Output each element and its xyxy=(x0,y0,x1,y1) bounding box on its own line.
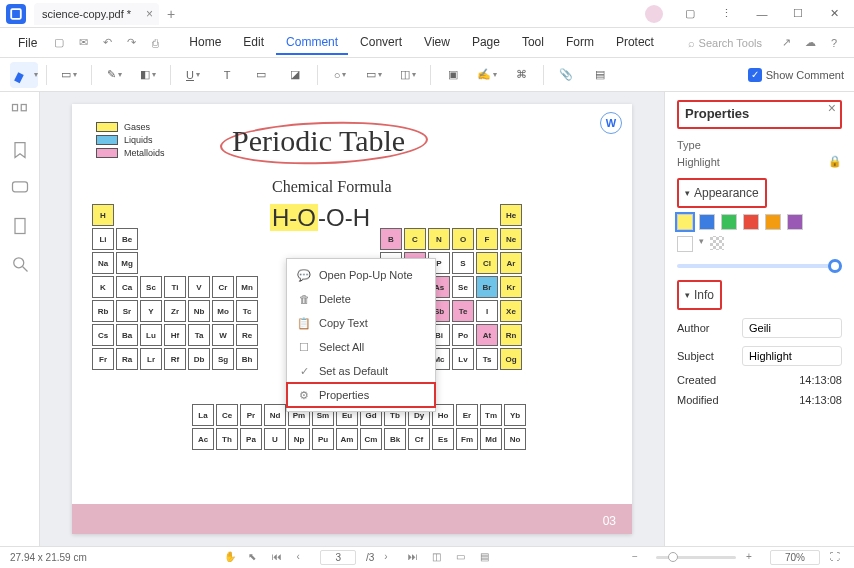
element-Es: Es xyxy=(432,428,454,450)
page-total: /3 xyxy=(366,552,374,563)
zoom-value[interactable]: 70% xyxy=(770,550,820,565)
element-At: At xyxy=(476,324,498,346)
ctx-copy-text[interactable]: 📋Copy Text xyxy=(287,311,435,335)
color-swatch[interactable] xyxy=(787,214,803,230)
info-section[interactable]: Info xyxy=(677,280,722,310)
menu-tool[interactable]: Tool xyxy=(512,31,554,55)
ctx-select-all[interactable]: ☐Select All xyxy=(287,335,435,359)
search-tools[interactable]: ⌕ Search Tools xyxy=(688,37,762,49)
color-swatch[interactable] xyxy=(699,214,715,230)
pencil-tool[interactable]: ✎ xyxy=(100,62,128,88)
reading-mode-icon[interactable]: ▤ xyxy=(480,551,494,565)
menu-view[interactable]: View xyxy=(414,31,460,55)
share-icon[interactable]: ↗ xyxy=(776,33,796,53)
ctx-properties[interactable]: ⚙Properties xyxy=(287,383,435,407)
fullscreen-icon[interactable]: ⛶ xyxy=(830,551,844,565)
shape-tool[interactable]: ○ xyxy=(326,62,354,88)
note-tool[interactable]: ▭ xyxy=(55,62,83,88)
highlight-tool[interactable] xyxy=(10,62,38,88)
menu-home[interactable]: Home xyxy=(179,31,231,55)
avatar-icon[interactable] xyxy=(640,2,668,26)
app-logo-icon xyxy=(6,4,26,24)
next-page-icon[interactable]: › xyxy=(384,551,398,565)
audio-tool[interactable]: ▤ xyxy=(586,62,614,88)
comments-icon[interactable] xyxy=(10,178,30,198)
more-icon[interactable]: ⋮ xyxy=(712,2,740,26)
element-Kr: Kr xyxy=(500,276,522,298)
last-page-icon[interactable]: ⏭ xyxy=(408,551,422,565)
window-minimize-icon[interactable]: — xyxy=(748,2,776,26)
lock-icon[interactable]: 🔒 xyxy=(828,155,842,168)
color-swatch[interactable] xyxy=(721,214,737,230)
element-Ti: Ti xyxy=(164,276,186,298)
element-Mg: Mg xyxy=(116,252,138,274)
tab-close-icon[interactable]: × xyxy=(146,7,153,21)
file-menu[interactable]: File xyxy=(10,32,45,54)
prev-page-icon[interactable]: ‹ xyxy=(296,551,310,565)
document-canvas[interactable]: W GasesLiquidsMetalloids Periodic Table … xyxy=(40,92,664,546)
fit-page-icon[interactable]: ▭ xyxy=(456,551,470,565)
text-tool[interactable]: T xyxy=(213,62,241,88)
zoom-in-icon[interactable]: + xyxy=(746,551,760,565)
color-swatch[interactable] xyxy=(677,214,693,230)
new-tab-button[interactable]: + xyxy=(167,6,175,22)
opacity-picker[interactable] xyxy=(710,236,724,250)
menu-page[interactable]: Page xyxy=(462,31,510,55)
menu-edit[interactable]: Edit xyxy=(233,31,274,55)
document-tab[interactable]: science-copy.pdf * × xyxy=(34,3,159,25)
opacity-slider[interactable] xyxy=(677,264,842,268)
menu-convert[interactable]: Convert xyxy=(350,31,412,55)
search-panel-icon[interactable] xyxy=(10,254,30,274)
author-input[interactable] xyxy=(742,318,842,338)
page-input[interactable]: 3 xyxy=(320,550,356,565)
element-Pa: Pa xyxy=(240,428,262,450)
menu-comment[interactable]: Comment xyxy=(276,31,348,55)
ctx-set-as-default[interactable]: ✓Set as Default xyxy=(287,359,435,383)
appearance-section[interactable]: Appearance xyxy=(677,178,767,208)
distance-tool[interactable]: ◫ xyxy=(394,62,422,88)
select-tool-icon[interactable]: ⬉ xyxy=(248,551,262,565)
save-icon[interactable]: ▢ xyxy=(49,33,69,53)
attachment-tool[interactable]: 📎 xyxy=(552,62,580,88)
underline-tool[interactable]: U xyxy=(179,62,207,88)
menu-form[interactable]: Form xyxy=(556,31,604,55)
menu-bar: File ▢ ✉ ↶ ↷ ⎙ HomeEditCommentConvertVie… xyxy=(0,28,854,58)
callout-tool[interactable]: ◪ xyxy=(281,62,309,88)
link-tool[interactable]: ⌘ xyxy=(507,62,535,88)
ctx-delete[interactable]: 🗑Delete xyxy=(287,287,435,311)
help-icon[interactable]: ? xyxy=(824,33,844,53)
subject-input[interactable] xyxy=(742,346,842,366)
element-Mo: Mo xyxy=(212,300,234,322)
first-page-icon[interactable]: ⏮ xyxy=(272,551,286,565)
textbox-tool[interactable]: ▭ xyxy=(247,62,275,88)
attachments-icon[interactable] xyxy=(10,216,30,236)
hand-tool-icon[interactable]: ✋ xyxy=(224,551,238,565)
thumbnails-icon[interactable] xyxy=(10,102,30,122)
measure-tool[interactable]: ▭ xyxy=(360,62,388,88)
zoom-out-icon[interactable]: − xyxy=(632,551,646,565)
menu-protect[interactable]: Protect xyxy=(606,31,664,55)
eraser-tool[interactable]: ◧ xyxy=(134,62,162,88)
color-swatch[interactable] xyxy=(765,214,781,230)
cloud-icon[interactable]: ☁ xyxy=(800,33,820,53)
notification-icon[interactable]: ▢ xyxy=(676,2,704,26)
ctx-open-pop-up-note[interactable]: 💬Open Pop-Up Note xyxy=(287,263,435,287)
mail-icon[interactable]: ✉ xyxy=(73,33,93,53)
fit-width-icon[interactable]: ◫ xyxy=(432,551,446,565)
redo-icon[interactable]: ↷ xyxy=(121,33,141,53)
word-export-icon[interactable]: W xyxy=(600,112,622,134)
window-maximize-icon[interactable]: ☐ xyxy=(784,2,812,26)
fill-color-picker[interactable] xyxy=(677,236,693,252)
stamp-tool[interactable]: ▣ xyxy=(439,62,467,88)
window-close-icon[interactable]: ✕ xyxy=(820,2,848,26)
zoom-slider[interactable] xyxy=(656,556,736,559)
show-comment-toggle[interactable]: ✓ Show Comment xyxy=(748,68,844,82)
undo-icon[interactable]: ↶ xyxy=(97,33,117,53)
print-icon[interactable]: ⎙ xyxy=(145,33,165,53)
color-swatch[interactable] xyxy=(743,214,759,230)
element-No: No xyxy=(504,428,526,450)
bookmarks-icon[interactable] xyxy=(10,140,30,160)
signature-tool[interactable]: ✍ xyxy=(473,62,501,88)
highlighted-text[interactable]: H-O xyxy=(270,204,318,231)
close-panel-icon[interactable]: × xyxy=(828,100,836,116)
